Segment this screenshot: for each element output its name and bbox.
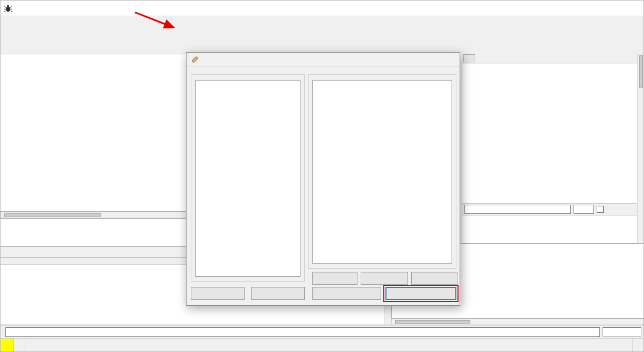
command-bar	[1, 325, 643, 338]
x32dbg-window	[0, 0, 644, 352]
patch-file-button[interactable]	[385, 287, 456, 300]
scroll-thumb[interactable]	[395, 320, 470, 324]
titlebar	[1, 1, 643, 16]
toolbar	[1, 28, 643, 43]
patch-list	[312, 80, 452, 264]
debug-state-badge	[1, 339, 14, 352]
deselect-all-button[interactable]	[361, 272, 408, 285]
restore-selection-button[interactable]	[411, 272, 457, 285]
module-list	[195, 80, 300, 277]
command-profile-select[interactable]	[603, 327, 641, 336]
arguments-panel	[462, 215, 638, 243]
patch-dialog-titlebar	[187, 53, 460, 67]
calling-convention-select[interactable]	[464, 205, 571, 214]
select-group-button[interactable]	[312, 287, 381, 300]
statusbar	[1, 338, 643, 352]
patch-icon	[191, 56, 198, 63]
app-bug-icon	[4, 4, 12, 12]
register-panel-header	[462, 54, 644, 63]
scroll-thumb[interactable]	[4, 213, 101, 217]
register-vscrollbar[interactable]	[637, 54, 644, 243]
registers-panel	[462, 63, 638, 203]
patches-group	[308, 74, 456, 269]
modules-group	[191, 74, 305, 282]
stack-hscrollbar[interactable]	[391, 319, 644, 325]
import-button[interactable]	[191, 287, 245, 300]
export-button[interactable]	[251, 287, 305, 300]
patch-dialog	[186, 52, 460, 306]
menubar	[1, 16, 643, 28]
hide-fpu-button[interactable]	[463, 54, 475, 62]
arg-count-stepper[interactable]	[574, 205, 594, 214]
calling-convention-bar	[462, 203, 638, 215]
close-button[interactable]	[617, 1, 640, 15]
command-input[interactable]	[5, 327, 600, 337]
status-message	[14, 339, 25, 352]
dump-header-address	[1, 258, 61, 264]
debug-time	[632, 339, 643, 352]
select-all-button[interactable]	[312, 272, 357, 285]
unlock-checkbox[interactable]	[597, 206, 604, 213]
minimize-button[interactable]	[593, 1, 617, 15]
scroll-thumb[interactable]	[639, 55, 643, 88]
